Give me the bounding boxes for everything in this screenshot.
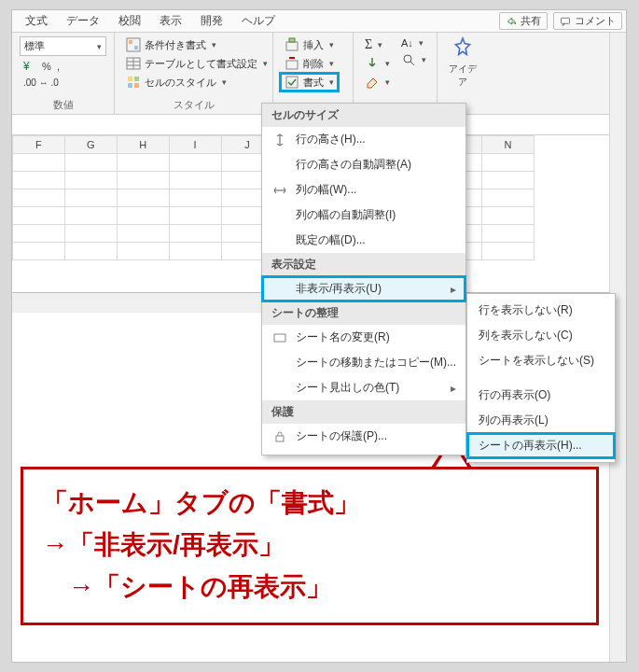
share-button[interactable]: 共有 <box>499 12 548 30</box>
col-header[interactable]: N <box>482 136 535 154</box>
tab-dev[interactable]: 開発 <box>191 13 232 29</box>
group-number-label: 数値 <box>20 96 106 112</box>
menu-hide-unhide[interactable]: 非表示/再表示(U) ▸ <box>262 276 465 301</box>
find-icon <box>401 52 416 67</box>
svg-rect-13 <box>286 42 298 50</box>
row-height-icon <box>271 133 288 147</box>
col-header[interactable]: G <box>64 136 117 154</box>
submenu-arrow-icon: ▸ <box>451 382 456 395</box>
fill-button[interactable] <box>361 55 394 72</box>
menu-rename-sheet[interactable]: シート名の変更(R) <box>262 325 465 350</box>
menu-auto-col-width[interactable]: 列の幅の自動調整(I) <box>262 203 465 228</box>
submenu-unhide-col[interactable]: 列の再表示(L) <box>467 408 615 433</box>
submenu-arrow-icon: ▸ <box>451 283 456 296</box>
svg-rect-14 <box>289 38 295 42</box>
hide-unhide-submenu: 行を表示しない(R) 列を表示しない(C) シートを表示しない(S) 行の再表示… <box>466 293 616 463</box>
comment-button[interactable]: コメント <box>553 12 622 30</box>
autosum-button[interactable]: Σ <box>361 36 394 53</box>
tab-view[interactable]: 表示 <box>150 13 191 29</box>
svg-rect-0 <box>562 18 570 23</box>
cond-format-icon <box>126 37 141 52</box>
table-icon <box>126 56 141 71</box>
delete-button[interactable]: 削除 <box>281 55 338 72</box>
group-cells: 挿入 削除 書式 <box>273 33 354 114</box>
svg-rect-17 <box>286 77 298 88</box>
menu-protect-sheet[interactable]: シートの保護(P)... <box>262 424 465 449</box>
rename-icon <box>271 331 288 344</box>
group-number: 標準 ¥ % , .00 ↔ .0 数値 <box>12 33 115 114</box>
clear-icon <box>365 75 380 90</box>
col-header[interactable]: I <box>169 136 221 154</box>
menu-header-visibility: 表示設定 <box>262 253 465 276</box>
menu-tab-color[interactable]: シート見出しの色(T) ▸ <box>262 375 465 400</box>
cell-style-icon <box>126 75 141 90</box>
delete-icon <box>285 56 299 71</box>
conditional-format-button[interactable]: 条件付き書式 <box>122 36 271 53</box>
tab-1[interactable]: 文式 <box>16 13 57 29</box>
ribbon-tabs: 文式 データ 校閲 表示 開発 ヘルプ 共有 コメント <box>12 10 626 33</box>
svg-rect-15 <box>286 61 298 69</box>
col-header[interactable]: H <box>117 136 169 154</box>
find-button[interactable] <box>397 51 430 68</box>
svg-rect-24 <box>276 436 284 441</box>
submenu-hide-col[interactable]: 列を表示しない(C) <box>467 323 615 348</box>
svg-rect-23 <box>274 334 285 342</box>
menu-header-size: セルのサイズ <box>262 104 465 127</box>
insert-button[interactable]: 挿入 <box>281 36 338 53</box>
cell-styles-button[interactable]: セルのスタイル <box>122 74 271 91</box>
instruction-callout: 「ホーム」タブの「書式」 →「非表示/再表示」 →「シートの再表示」 <box>21 467 599 625</box>
svg-rect-4 <box>134 46 138 49</box>
submenu-unhide-sheet[interactable]: シートの再表示(H)... <box>467 433 615 458</box>
callout-line-1: 「ホーム」タブの「書式」 <box>42 483 577 525</box>
ideas-icon[interactable] <box>451 36 475 61</box>
group-ideas: アイデア <box>438 33 488 114</box>
svg-rect-9 <box>128 77 132 81</box>
col-header[interactable]: F <box>13 136 65 154</box>
svg-rect-3 <box>129 40 132 44</box>
svg-text:¥: ¥ <box>23 60 30 73</box>
submenu-unhide-row[interactable]: 行の再表示(O) <box>467 383 615 408</box>
menu-default-width[interactable]: 既定の幅(D)... <box>262 228 465 253</box>
format-button[interactable]: 書式 <box>281 74 338 91</box>
format-icon <box>285 75 299 90</box>
svg-rect-10 <box>134 77 139 81</box>
menu-header-organize: シートの整理 <box>262 301 465 325</box>
col-width-icon <box>271 184 288 197</box>
svg-line-19 <box>410 62 414 65</box>
currency-icon: ¥ <box>23 59 38 74</box>
group-styles-label: スタイル <box>122 96 265 112</box>
group-styles: 条件付き書式 テーブルとして書式設定 セルのスタイル スタイル <box>115 33 273 114</box>
lock-icon <box>271 430 288 443</box>
submenu-hide-row[interactable]: 行を表示しない(R) <box>467 298 615 323</box>
menu-col-width[interactable]: 列の幅(W)... <box>262 177 465 203</box>
submenu-hide-sheet[interactable]: シートを表示しない(S) <box>467 348 615 373</box>
svg-rect-12 <box>134 83 139 88</box>
tab-help[interactable]: ヘルプ <box>232 13 285 29</box>
callout-line-2: →「非表示/再表示」 <box>42 525 577 567</box>
callout-line-3: →「シートの再表示」 <box>42 567 577 609</box>
sort-filter-button[interactable]: A↓ <box>397 36 430 49</box>
format-menu: セルのサイズ 行の高さ(H)... 行の高さの自動調整(A) 列の幅(W)...… <box>261 103 466 455</box>
number-format-dropdown[interactable]: 標準 <box>20 36 106 56</box>
share-label: 共有 <box>521 14 541 28</box>
fill-icon <box>365 56 380 71</box>
svg-rect-11 <box>128 83 132 88</box>
format-as-table-button[interactable]: テーブルとして書式設定 <box>122 55 271 72</box>
insert-icon <box>285 37 299 52</box>
tab-review[interactable]: 校閲 <box>109 13 150 29</box>
tab-data[interactable]: データ <box>57 13 109 29</box>
group-editing: Σ A↓ <box>354 33 438 114</box>
decimal-buttons[interactable]: .00 ↔ .0 <box>20 77 106 89</box>
menu-header-protect: 保護 <box>262 400 465 424</box>
menu-move-copy[interactable]: シートの移動またはコピー(M)... <box>262 350 465 375</box>
menu-auto-row-height[interactable]: 行の高さの自動調整(A) <box>262 152 465 177</box>
clear-button[interactable] <box>361 74 394 91</box>
svg-point-18 <box>404 55 411 63</box>
menu-row-height[interactable]: 行の高さ(H)... <box>262 127 465 152</box>
currency-percent-comma[interactable]: ¥ % , <box>20 58 106 75</box>
comment-label: コメント <box>575 14 616 28</box>
